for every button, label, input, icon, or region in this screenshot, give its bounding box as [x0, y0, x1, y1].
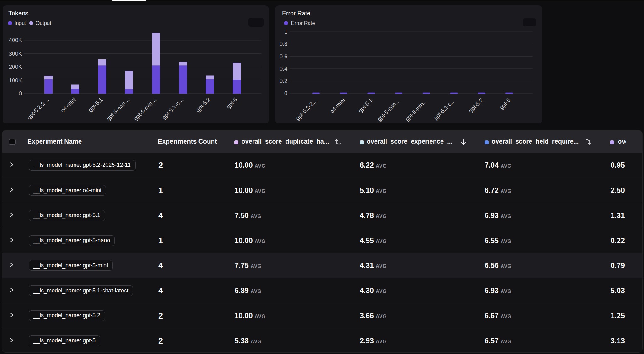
svg-text:gpt-5-nan…: gpt-5-nan… [105, 96, 130, 122]
svg-text:1: 1 [284, 29, 287, 35]
svg-text:gpt-5-min…: gpt-5-min… [132, 96, 158, 122]
svg-text:gpt-5: gpt-5 [225, 96, 239, 110]
svg-text:gpt-5-nan…: gpt-5-nan… [376, 97, 402, 123]
svg-text:0.4: 0.4 [280, 66, 287, 72]
svg-text:gpt-5.2: gpt-5.2 [195, 96, 212, 113]
svg-text:gpt-5-min…: gpt-5-min… [404, 97, 429, 123]
svg-text:o4-mini: o4-mini [329, 97, 347, 115]
svg-text:0.6: 0.6 [280, 53, 287, 60]
svg-text:gpt-5.2-2…: gpt-5.2-2… [26, 96, 50, 121]
svg-text:gpt-5.2-2…: gpt-5.2-2… [294, 97, 319, 122]
svg-text:0: 0 [284, 90, 287, 96]
svg-text:200K: 200K [9, 64, 22, 70]
svg-text:gpt-5.2: gpt-5.2 [467, 97, 484, 114]
svg-text:gpt-5.1-c…: gpt-5.1-c… [161, 96, 185, 121]
svg-text:100K: 100K [9, 77, 22, 84]
svg-text:gpt-5: gpt-5 [498, 97, 512, 111]
svg-text:400K: 400K [9, 37, 22, 43]
svg-text:0: 0 [19, 90, 22, 97]
svg-text:gpt-5.1: gpt-5.1 [87, 96, 104, 113]
svg-text:gpt-5.1: gpt-5.1 [357, 97, 374, 114]
svg-text:300K: 300K [9, 51, 22, 57]
svg-text:0.2: 0.2 [280, 78, 287, 84]
svg-text:0.8: 0.8 [280, 41, 287, 47]
svg-text:gpt-5.1-c…: gpt-5.1-c… [432, 97, 457, 121]
svg-text:o4-mini: o4-mini [59, 96, 77, 114]
